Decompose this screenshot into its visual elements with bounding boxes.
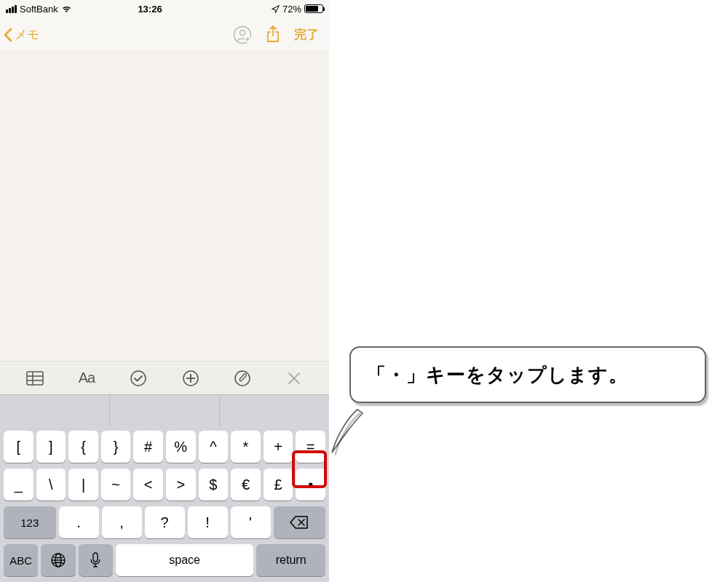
- wifi-icon: [61, 4, 72, 13]
- key-abc[interactable]: ABC: [4, 544, 38, 576]
- key-backspace[interactable]: [274, 506, 326, 538]
- backspace-icon: [290, 515, 309, 530]
- share-icon[interactable]: [265, 25, 281, 44]
- candidate-1[interactable]: [0, 395, 110, 426]
- key-mic[interactable]: [79, 544, 113, 576]
- chevron-left-icon: [3, 28, 13, 42]
- callout-tail: [328, 408, 366, 459]
- key-lt[interactable]: <: [133, 469, 163, 501]
- table-icon[interactable]: [19, 364, 51, 392]
- carrier-label: SoftBank: [20, 4, 58, 15]
- key-row-4: ABC space return: [2, 544, 327, 576]
- key-equals[interactable]: =: [296, 431, 325, 463]
- key-space[interactable]: space: [116, 544, 253, 576]
- clock: 13:26: [138, 4, 191, 15]
- status-left: SoftBank: [6, 4, 138, 15]
- done-button[interactable]: 完了: [294, 26, 319, 43]
- phone-screen: SoftBank 13:26 72% メモ 完了: [0, 0, 329, 582]
- key-row-1: [ ] { } # % ^ * + =: [2, 431, 327, 463]
- key-row-2: _ \ | ~ < > $ € £ •: [2, 469, 327, 501]
- key-rbrace[interactable]: }: [101, 431, 131, 463]
- key-lbracket[interactable]: [: [4, 431, 33, 463]
- back-label: メモ: [15, 26, 39, 43]
- markup-icon[interactable]: [226, 364, 258, 392]
- nav-bar: メモ 完了: [0, 17, 329, 52]
- add-icon[interactable]: [175, 364, 207, 392]
- svg-point-1: [240, 30, 245, 35]
- back-button[interactable]: メモ: [3, 26, 233, 43]
- key-mode-123[interactable]: 123: [4, 506, 56, 538]
- key-period[interactable]: .: [59, 506, 99, 538]
- svg-rect-3: [27, 372, 43, 385]
- key-comma[interactable]: ,: [102, 506, 142, 538]
- key-asterisk[interactable]: *: [231, 431, 261, 463]
- mic-icon: [90, 552, 101, 568]
- key-caret[interactable]: ^: [199, 431, 229, 463]
- location-icon: [272, 5, 280, 13]
- note-body[interactable]: [0, 52, 329, 361]
- key-percent[interactable]: %: [166, 431, 196, 463]
- candidate-bar: [0, 394, 329, 426]
- status-right: 72%: [191, 4, 323, 15]
- key-euro[interactable]: €: [231, 469, 261, 501]
- key-hash[interactable]: #: [133, 431, 163, 463]
- svg-point-11: [235, 371, 250, 386]
- key-pound[interactable]: £: [264, 469, 293, 501]
- key-rbracket[interactable]: ]: [36, 431, 66, 463]
- close-keyboard-icon[interactable]: [278, 364, 310, 392]
- key-backslash[interactable]: \: [36, 469, 66, 501]
- battery-percent: 72%: [282, 4, 301, 15]
- signal-icon: [6, 5, 17, 13]
- candidate-3[interactable]: [220, 395, 329, 426]
- battery-icon: [304, 4, 323, 13]
- candidate-2[interactable]: [110, 395, 220, 426]
- key-lbrace[interactable]: {: [68, 431, 98, 463]
- callout-bubble: 「・」キーをタップします。: [349, 346, 706, 403]
- key-plus[interactable]: +: [264, 431, 293, 463]
- key-pipe[interactable]: |: [68, 469, 98, 501]
- svg-rect-19: [93, 553, 98, 562]
- nav-actions: 完了: [233, 25, 326, 44]
- key-apostrophe[interactable]: ': [231, 506, 271, 538]
- text-format-button[interactable]: Aa: [71, 364, 103, 392]
- key-globe[interactable]: [41, 544, 75, 576]
- key-exclaim[interactable]: !: [188, 506, 228, 538]
- add-person-icon[interactable]: [233, 25, 252, 44]
- format-toolbar: Aa: [0, 361, 329, 394]
- svg-point-7: [131, 371, 146, 386]
- globe-icon: [50, 552, 66, 568]
- checklist-icon[interactable]: [122, 364, 154, 392]
- key-tilde[interactable]: ~: [101, 469, 131, 501]
- key-row-3: 123 . , ? ! ': [2, 506, 327, 538]
- key-question[interactable]: ?: [145, 506, 185, 538]
- status-bar: SoftBank 13:26 72%: [0, 0, 329, 17]
- key-underscore[interactable]: _: [4, 469, 33, 501]
- key-dollar[interactable]: $: [199, 469, 229, 501]
- key-gt[interactable]: >: [166, 469, 196, 501]
- keyboard: [ ] { } # % ^ * + = _ \ | ~ < > $ € £ • …: [0, 426, 329, 582]
- callout-text: 「・」キーをタップします。: [367, 362, 628, 388]
- key-bullet[interactable]: •: [296, 469, 325, 501]
- key-return[interactable]: return: [256, 544, 325, 576]
